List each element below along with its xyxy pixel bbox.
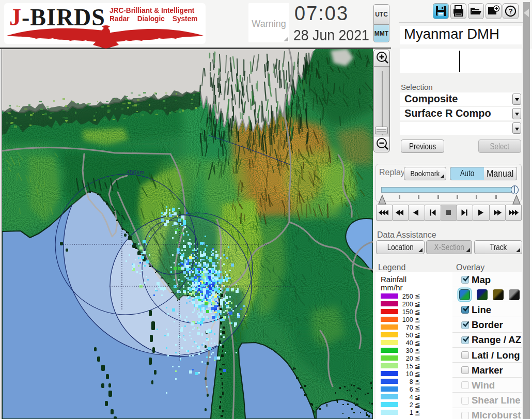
svg-text:?: ? — [508, 7, 512, 15]
svg-text:450km: 450km — [127, 169, 145, 175]
